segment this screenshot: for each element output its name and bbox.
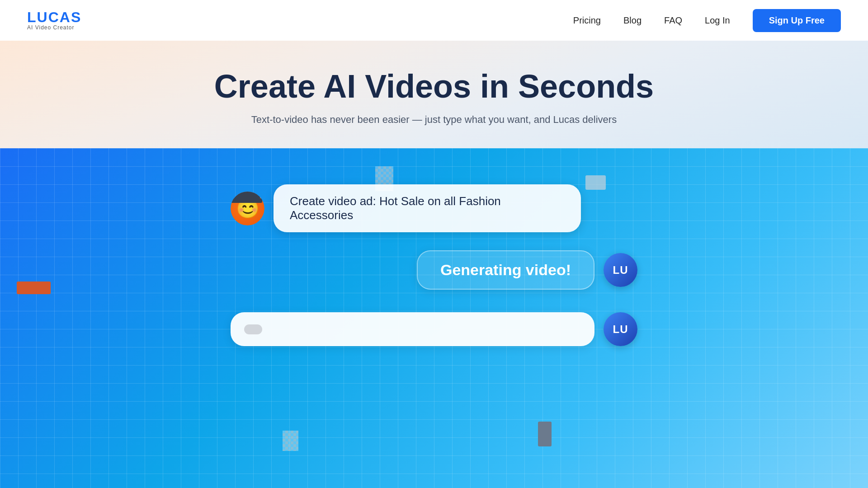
ai-avatar-label-1: LU xyxy=(613,264,628,277)
logo-text: LUCAS xyxy=(27,10,81,24)
hero-title: Create AI Videos in Seconds xyxy=(0,68,868,105)
hero-section: Create AI Videos in Seconds Text-to-vide… xyxy=(0,41,868,148)
ai-message-bubble: Generating video! xyxy=(417,250,594,290)
hero-subtitle: Text-to-video has never been easier — ju… xyxy=(0,114,868,126)
logo: LUCAS AI Video Creator xyxy=(27,10,81,31)
user-avatar xyxy=(231,192,264,225)
signup-button[interactable]: Sign Up Free xyxy=(753,9,841,32)
user-message-row: Create video ad: Hot Sale on all Fashion… xyxy=(231,184,637,232)
input-row: LU xyxy=(231,312,637,346)
avatar-hat xyxy=(233,192,260,201)
ai-avatar-1: LU xyxy=(604,253,637,287)
deco-rect-orange xyxy=(17,282,51,294)
user-avatar-bg xyxy=(231,192,264,225)
ai-avatar-label-2: LU xyxy=(613,323,628,336)
input-loading-indicator xyxy=(244,324,262,334)
nav-link-login[interactable]: Log In xyxy=(705,15,730,26)
user-message-bubble: Create video ad: Hot Sale on all Fashion… xyxy=(274,184,581,232)
chat-input-field[interactable] xyxy=(231,312,594,346)
chat-container: Create video ad: Hot Sale on all Fashion… xyxy=(231,184,637,346)
logo-subtitle: AI Video Creator xyxy=(27,24,75,31)
nav-link-faq[interactable]: FAQ xyxy=(664,15,682,26)
header: LUCAS AI Video Creator Pricing Blog FAQ … xyxy=(0,0,868,41)
nav-link-blog[interactable]: Blog xyxy=(623,15,642,26)
nav: Pricing Blog FAQ Log In Sign Up Free xyxy=(573,9,841,32)
nav-link-pricing[interactable]: Pricing xyxy=(573,15,601,26)
deco-rect-gray-bottom xyxy=(538,422,552,446)
ai-message-row: Generating video! LU xyxy=(231,250,637,290)
ai-avatar-2: LU xyxy=(604,312,637,346)
demo-section: Create video ad: Hot Sale on all Fashion… xyxy=(0,148,868,488)
deco-checker-bottom xyxy=(283,431,298,451)
